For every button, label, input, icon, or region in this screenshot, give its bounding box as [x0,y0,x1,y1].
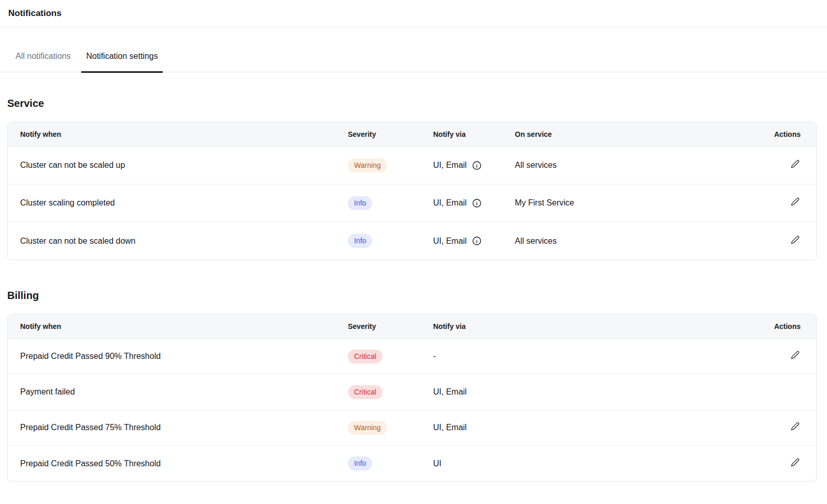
pencil-icon [791,160,800,170]
notify-via-text: UI, Email [433,159,467,171]
cell-actions [744,234,816,248]
severity-badge-warning: Warning [348,421,387,435]
tab-notification-settings[interactable]: Notification settings [81,50,163,72]
table-row: Prepaid Credit Passed 75% ThresholdWarni… [8,410,816,446]
service-section: Service Notify whenSeverityNotify viaOn … [7,96,817,260]
page-title: Notifications [8,7,819,20]
edit-button[interactable] [790,421,801,433]
column-header-severity: Severity [348,321,433,332]
column-header-notify-when: Notify when [8,321,348,332]
table-header-row: Notify whenSeverityNotify viaOn serviceA… [8,122,816,147]
pencil-icon [791,458,800,468]
cell-severity: Warning [348,159,433,172]
cell-actions [744,421,816,434]
pencil-icon [791,422,800,432]
severity-badge-info: Info [348,234,372,248]
cell-notify-when: Prepaid Credit Passed 50% Threshold [8,458,348,470]
cell-notify-via: UI, Email [433,421,744,434]
notify-via-text: UI, Email [433,197,467,209]
table-row: Cluster scaling completedInfoUI, EmailMy… [8,184,816,222]
edit-button[interactable] [790,159,801,171]
cell-notify-via: UI, Email [433,235,515,247]
page-header: Notifications [0,0,827,27]
cell-on-service: All services [515,159,744,171]
billing-section: Billing Notify whenSeverityNotify viaAct… [7,288,817,482]
column-header-severity: Severity [348,129,433,139]
column-header-on-service: On service [515,129,744,139]
edit-button[interactable] [790,457,801,469]
tab-all-notifications[interactable]: All notifications [10,50,76,72]
tab-bar: All notifications Notification settings [0,50,827,72]
severity-badge-warning: Warning [348,159,387,172]
table-row: Cluster can not be scaled downInfoUI, Em… [8,222,816,260]
cell-notify-via: UI [433,458,744,470]
cell-notify-via: UI, Email [433,386,744,398]
cell-notify-via: UI, Email [433,159,515,171]
column-header-actions: Actions [744,321,816,332]
notify-via-text: UI, Email [433,421,467,434]
notify-via-text: UI, Email [433,235,467,247]
service-notification-table: Notify whenSeverityNotify viaOn serviceA… [7,122,817,260]
table-header-row: Notify whenSeverityNotify viaActions [8,314,816,339]
cell-notify-when: Prepaid Credit Passed 90% Threshold [8,350,348,363]
table-row: Cluster can not be scaled upWarningUI, E… [8,147,816,184]
pencil-icon [791,351,800,361]
cell-notify-via: - [433,350,744,363]
table-row: Prepaid Credit Passed 90% ThresholdCriti… [8,339,816,374]
column-header-notify-when: Notify when [8,129,348,139]
section-title-billing: Billing [7,288,817,303]
table-row: Prepaid Credit Passed 50% ThresholdInfoU… [8,446,816,481]
cell-severity: Critical [348,350,433,364]
severity-badge-info: Info [348,196,372,210]
cell-actions [744,159,816,172]
edit-button[interactable] [790,234,801,247]
cell-notify-when: Prepaid Credit Passed 75% Threshold [8,421,348,434]
notify-via-text: UI, Email [433,386,467,398]
severity-badge-critical: Critical [348,385,382,399]
pencil-icon [791,235,800,246]
cell-on-service: All services [515,235,744,247]
info-circle-icon[interactable] [472,198,482,208]
edit-button[interactable] [790,196,801,209]
column-header-notify-via: Notify via [433,129,515,139]
table-row: Payment failedCriticalUI, Email [8,374,816,410]
column-header-actions: Actions [744,129,816,139]
cell-severity: Info [348,196,433,210]
cell-on-service: My First Service [515,197,744,209]
cell-actions [744,350,816,363]
cell-notify-when: Cluster can not be scaled down [8,235,348,247]
cell-notify-when: Cluster can not be scaled up [8,159,348,171]
cell-actions [744,457,816,470]
info-circle-icon[interactable] [472,161,482,170]
cell-severity: Info [348,456,433,470]
column-header-notify-via: Notify via [433,321,744,332]
main-content: Service Notify whenSeverityNotify viaOn … [0,96,827,482]
pencil-icon [791,197,800,208]
cell-severity: Critical [348,385,433,399]
cell-notify-when: Payment failed [8,386,348,398]
edit-button[interactable] [790,350,801,362]
severity-badge-critical: Critical [348,350,382,364]
info-circle-icon[interactable] [472,236,482,246]
notify-via-text: UI [433,458,441,470]
section-title-service: Service [7,96,817,111]
cell-severity: Info [348,234,433,248]
notify-via-text: - [433,350,436,363]
severity-badge-info: Info [348,456,372,470]
cell-notify-via: UI, Email [433,197,515,209]
cell-severity: Warning [348,421,433,435]
billing-notification-table: Notify whenSeverityNotify viaActionsPrep… [7,314,817,482]
cell-actions [744,196,816,210]
cell-notify-when: Cluster scaling completed [8,197,348,209]
